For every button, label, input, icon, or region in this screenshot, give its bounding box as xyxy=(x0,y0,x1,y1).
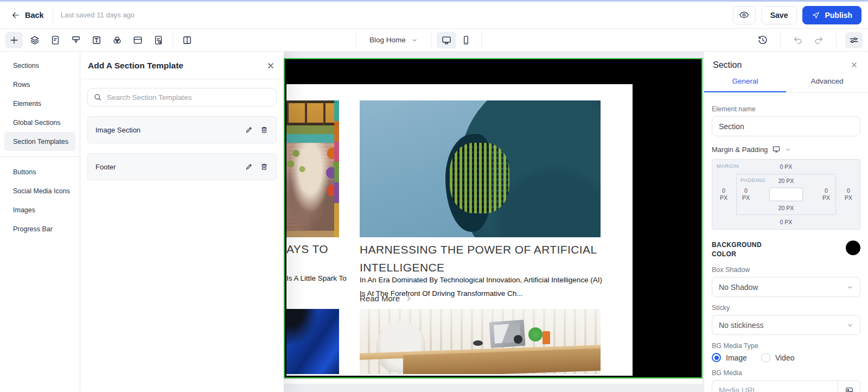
panel-close-button[interactable] xyxy=(265,60,276,71)
blog-post-image[interactable] xyxy=(286,100,339,237)
margin-bottom-value[interactable]: 0 PX xyxy=(712,219,860,225)
publish-button[interactable]: Publish xyxy=(802,6,861,24)
edit-icon[interactable] xyxy=(245,162,253,171)
sidebar-item-buttons[interactable]: Buttons xyxy=(0,162,80,181)
sidebar-divider xyxy=(0,156,80,157)
blog-post-column-right: HARNESSING THE POWER OF ARTIFICIAL INTEL… xyxy=(360,84,601,376)
media-picker-button[interactable] xyxy=(838,380,860,392)
padding-right-value[interactable]: 0 PX xyxy=(822,187,830,201)
sidebar-item-images[interactable]: Images xyxy=(0,200,80,219)
padding-top-value[interactable]: 20 PX xyxy=(737,178,835,184)
margin-left-value[interactable]: 0 PX xyxy=(720,187,727,201)
section-inspector-panel: Section General Advanced Element name Ma… xyxy=(704,52,868,392)
blog-post-image-ai-woman[interactable] xyxy=(360,100,601,237)
sidebar-item-global-sections[interactable]: Global Sections xyxy=(0,113,80,132)
painter-button[interactable] xyxy=(67,32,85,48)
sidebar-item-progress-bar[interactable]: Progress Bar xyxy=(0,219,80,238)
read-more-link[interactable]: Read More xyxy=(360,294,412,303)
page-selector-value: Blog Home xyxy=(369,36,406,44)
columns-button[interactable] xyxy=(178,32,196,48)
settings-sliders-icon xyxy=(848,35,859,46)
template-name: Footer xyxy=(95,163,116,171)
undo-button[interactable] xyxy=(789,32,807,48)
layers-icon xyxy=(29,35,40,46)
tab-advanced[interactable]: Advanced xyxy=(786,77,868,92)
publish-label: Publish xyxy=(825,11,852,20)
padding-box: PADDING 20 PX 0 PX 0 PX 20 PX xyxy=(736,174,836,215)
delete-icon[interactable] xyxy=(260,125,269,134)
bg-media-type-label: BG Media Type xyxy=(712,342,860,350)
form-button[interactable] xyxy=(47,32,64,48)
radio-image-label: Image xyxy=(726,353,747,362)
selected-section-canvas[interactable]: AYS TO Is A Little Spark To HARNESSING T… xyxy=(284,58,703,378)
add-element-button[interactable] xyxy=(5,32,23,48)
card-icon xyxy=(132,35,143,46)
columns-icon xyxy=(182,35,193,46)
browser-card-button[interactable] xyxy=(129,32,146,48)
mobile-view-button[interactable] xyxy=(456,32,476,48)
plus-icon xyxy=(9,35,20,46)
template-search[interactable] xyxy=(87,88,277,106)
painter-icon xyxy=(71,35,81,46)
page-selector-dropdown[interactable]: Blog Home xyxy=(362,36,425,44)
page-seo-button[interactable] xyxy=(150,32,167,48)
colors-button[interactable] xyxy=(108,32,126,48)
chevron-down-icon[interactable] xyxy=(785,147,791,153)
sticky-select[interactable]: No stickiness xyxy=(712,315,860,335)
template-search-input[interactable] xyxy=(107,93,271,102)
radio-option-image[interactable]: Image xyxy=(712,353,747,362)
toolbar-divider xyxy=(481,33,482,47)
toolbar-divider xyxy=(356,33,356,47)
box-shadow-select[interactable]: No Shadow xyxy=(712,277,860,297)
inspector-title: Section xyxy=(713,60,742,70)
radio-video-label: Video xyxy=(775,353,795,362)
radio-unselected-icon xyxy=(761,353,770,362)
sidebar-item-rows[interactable]: Rows xyxy=(0,75,80,94)
radio-option-video[interactable]: Video xyxy=(761,353,795,362)
toolbar-divider xyxy=(836,33,837,47)
typography-button[interactable] xyxy=(88,32,105,48)
chevron-down-icon xyxy=(847,284,853,290)
blog-content-container: AYS TO Is A Little Spark To HARNESSING T… xyxy=(286,84,633,376)
version-history-button[interactable] xyxy=(754,32,771,48)
sticky-label: Sticky xyxy=(712,304,860,312)
template-item-footer[interactable]: Footer xyxy=(87,153,277,180)
padding-bottom-value[interactable]: 20 PX xyxy=(737,205,835,211)
edit-icon[interactable] xyxy=(245,125,253,134)
read-more-label: Read More xyxy=(360,294,400,303)
element-name-input[interactable] xyxy=(712,116,860,136)
sidebar-item-section-templates[interactable]: Section Templates xyxy=(4,132,75,151)
margin-top-value[interactable]: 0 PX xyxy=(712,163,860,170)
mobile-icon xyxy=(461,35,471,46)
layers-button[interactable] xyxy=(26,32,43,48)
blog-post-image-desk[interactable] xyxy=(360,309,601,374)
blog-post-image[interactable] xyxy=(286,309,339,374)
redo-button[interactable] xyxy=(810,32,827,48)
left-sidebar: Sections Rows Elements Global Sections S… xyxy=(0,52,80,392)
settings-button[interactable] xyxy=(845,32,863,48)
redo-icon xyxy=(813,35,824,46)
template-item-image-section[interactable]: Image Section xyxy=(87,116,277,143)
desktop-icon xyxy=(441,35,452,46)
back-button[interactable]: Back xyxy=(7,7,48,23)
undo-icon xyxy=(793,35,803,46)
padding-left-value[interactable]: 0 PX xyxy=(742,187,750,201)
media-url-input[interactable] xyxy=(712,380,838,392)
desktop-view-button[interactable] xyxy=(437,32,456,48)
sidebar-item-elements[interactable]: Elements xyxy=(0,94,80,113)
delete-icon[interactable] xyxy=(260,162,269,171)
toolbar-divider xyxy=(780,33,781,47)
preview-button[interactable] xyxy=(733,6,756,24)
margin-right-value[interactable]: 0 PX xyxy=(845,187,852,201)
sidebar-item-sections[interactable]: Sections xyxy=(0,56,80,75)
save-button[interactable]: Save xyxy=(761,6,797,24)
inspector-close-button[interactable] xyxy=(849,60,859,70)
builder-toolbar: Blog Home xyxy=(0,29,868,52)
sidebar-item-social-media-icons[interactable]: Social Media Icons xyxy=(0,181,80,200)
box-model-center-input[interactable] xyxy=(769,188,803,201)
device-monitor-icon xyxy=(772,145,781,154)
background-color-swatch[interactable] xyxy=(846,241,860,255)
back-arrow-icon xyxy=(11,10,21,20)
tab-general[interactable]: General xyxy=(704,77,786,92)
history-clock-icon xyxy=(757,35,768,46)
